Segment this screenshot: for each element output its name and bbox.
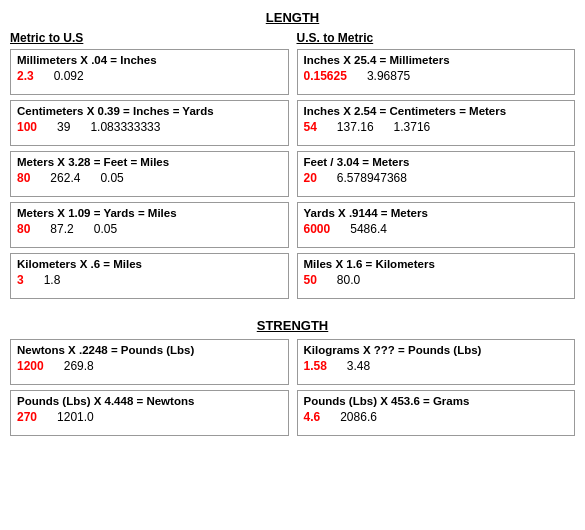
value-cell: 1201.0 <box>57 410 94 424</box>
value-cell: 80 <box>17 171 30 185</box>
values-row: 1200269.8 <box>17 359 282 373</box>
us-to-metric-header: U.S. to Metric <box>297 31 576 45</box>
value-cell: 54 <box>304 120 317 134</box>
value-cell: 262.4 <box>50 171 80 185</box>
conv-box: Centimeters X 0.39 = Inches = Yards10039… <box>10 100 289 146</box>
value-cell: 269.8 <box>64 359 94 373</box>
value-cell: 1.58 <box>304 359 327 373</box>
conv-box: Meters X 3.28 = Feet = Miles80262.40.05 <box>10 151 289 197</box>
conv-box: Meters X 1.09 = Yards = Miles8087.20.05 <box>10 202 289 248</box>
value-cell: 5486.4 <box>350 222 387 236</box>
value-cell: 6.578947368 <box>337 171 407 185</box>
formula-line: Yards X .9144 = Meters <box>304 207 569 219</box>
value-cell: 4.6 <box>304 410 321 424</box>
value-cell: 1200 <box>17 359 44 373</box>
values-row: 60005486.4 <box>304 222 569 236</box>
formula-line: Meters X 3.28 = Feet = Miles <box>17 156 282 168</box>
conv-box: Inches X 25.4 = Millimeters0.156253.9687… <box>297 49 576 95</box>
formula-line: Kilograms X ??? = Pounds (Lbs) <box>304 344 569 356</box>
value-cell: 0.092 <box>54 69 84 83</box>
formula-line: Meters X 1.09 = Yards = Miles <box>17 207 282 219</box>
formula-line: Pounds (Lbs) X 453.6 = Grams <box>304 395 569 407</box>
values-row: 2701201.0 <box>17 410 282 424</box>
formula-line: Feet / 3.04 = Meters <box>304 156 569 168</box>
value-cell: 87.2 <box>50 222 73 236</box>
conv-box: Yards X .9144 = Meters60005486.4 <box>297 202 576 248</box>
values-row: 100391.083333333 <box>17 120 282 134</box>
value-cell: 2086.6 <box>340 410 377 424</box>
metric-to-us-header: Metric to U.S <box>10 31 289 45</box>
value-cell: 1.3716 <box>394 120 431 134</box>
formula-line: Centimeters X 0.39 = Inches = Yards <box>17 105 282 117</box>
value-cell: 6000 <box>304 222 331 236</box>
conv-box: Kilometers X .6 = Miles31.8 <box>10 253 289 299</box>
conv-box: Miles X 1.6 = Kilometers5080.0 <box>297 253 576 299</box>
value-cell: 3.96875 <box>367 69 410 83</box>
conv-box: Millimeters X .04 = Inches2.30.092 <box>10 49 289 95</box>
value-cell: 1.083333333 <box>90 120 160 134</box>
values-row: 0.156253.96875 <box>304 69 569 83</box>
formula-line: Inches X 25.4 = Millimeters <box>304 54 569 66</box>
values-row: 80262.40.05 <box>17 171 282 185</box>
values-row: 5080.0 <box>304 273 569 287</box>
conv-box: Pounds (Lbs) X 453.6 = Grams4.62086.6 <box>297 390 576 436</box>
values-row: 31.8 <box>17 273 282 287</box>
strength-metric-us-section: Newtons X .2248 = Pounds (Lbs)1200269.8P… <box>10 339 289 441</box>
value-cell: 100 <box>17 120 37 134</box>
formula-line: Pounds (Lbs) X 4.448 = Newtons <box>17 395 282 407</box>
formula-line: Kilometers X .6 = Miles <box>17 258 282 270</box>
value-cell: 2.3 <box>17 69 34 83</box>
value-cell: 3.48 <box>347 359 370 373</box>
value-cell: 20 <box>304 171 317 185</box>
value-cell: 80 <box>17 222 30 236</box>
values-row: 2.30.092 <box>17 69 282 83</box>
conv-box: Kilograms X ??? = Pounds (Lbs)1.583.48 <box>297 339 576 385</box>
value-cell: 270 <box>17 410 37 424</box>
value-cell: 39 <box>57 120 70 134</box>
conv-box: Feet / 3.04 = Meters206.578947368 <box>297 151 576 197</box>
values-row: 54137.161.3716 <box>304 120 569 134</box>
formula-line: Millimeters X .04 = Inches <box>17 54 282 66</box>
value-cell: 50 <box>304 273 317 287</box>
formula-line: Inches X 2.54 = Centimeters = Meters <box>304 105 569 117</box>
page-title: LENGTH <box>10 10 575 25</box>
strength-us-metric-section: Kilograms X ??? = Pounds (Lbs)1.583.48Po… <box>297 339 576 441</box>
values-row: 4.62086.6 <box>304 410 569 424</box>
value-cell: 137.16 <box>337 120 374 134</box>
value-cell: 80.0 <box>337 273 360 287</box>
value-cell: 0.05 <box>94 222 117 236</box>
conv-box: Pounds (Lbs) X 4.448 = Newtons2701201.0 <box>10 390 289 436</box>
values-row: 1.583.48 <box>304 359 569 373</box>
value-cell: 1.8 <box>44 273 61 287</box>
value-cell: 0.15625 <box>304 69 347 83</box>
conv-box: Newtons X .2248 = Pounds (Lbs)1200269.8 <box>10 339 289 385</box>
formula-line: Newtons X .2248 = Pounds (Lbs) <box>17 344 282 356</box>
formula-line: Miles X 1.6 = Kilometers <box>304 258 569 270</box>
strength-title: STRENGTH <box>10 318 575 333</box>
conv-box: Inches X 2.54 = Centimeters = Meters5413… <box>297 100 576 146</box>
values-row: 206.578947368 <box>304 171 569 185</box>
metric-to-us-section: Metric to U.S Millimeters X .04 = Inches… <box>10 31 289 304</box>
value-cell: 3 <box>17 273 24 287</box>
us-to-metric-section: U.S. to Metric Inches X 25.4 = Millimete… <box>297 31 576 304</box>
values-row: 8087.20.05 <box>17 222 282 236</box>
value-cell: 0.05 <box>100 171 123 185</box>
